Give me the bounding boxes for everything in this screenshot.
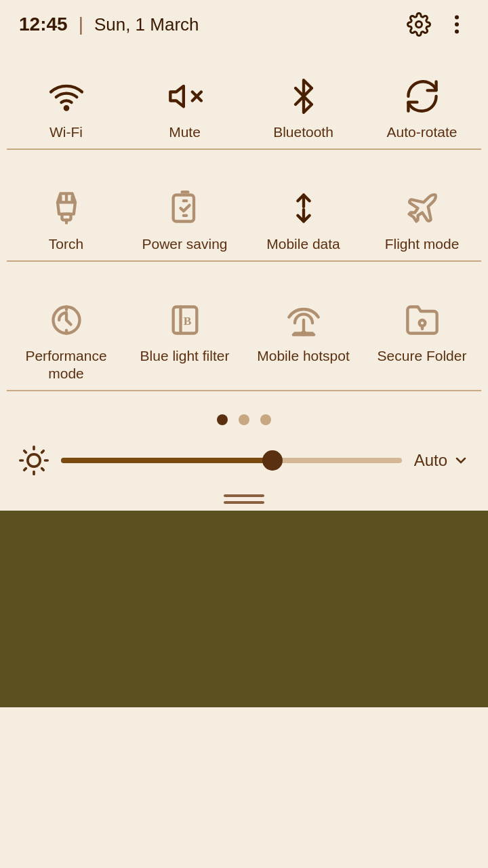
tile-mute[interactable]: Mute	[125, 65, 244, 150]
svg-point-28	[28, 454, 40, 467]
bluelightfilter-label: Blue light filter	[140, 347, 230, 364]
svg-text:B: B	[183, 315, 191, 328]
svg-line-32	[42, 468, 44, 470]
brightness-slider[interactable]	[61, 458, 402, 463]
mobilehotspot-label: Mobile hotspot	[257, 347, 350, 364]
handle-line-1	[224, 494, 264, 497]
securefolder-label: Secure Folder	[378, 347, 467, 364]
svg-point-3	[455, 30, 459, 34]
status-divider: |	[79, 14, 83, 35]
bluelightfilter-icon: B	[165, 300, 205, 340]
svg-point-1	[455, 16, 459, 20]
tile-torch[interactable]: Torch	[7, 177, 125, 262]
brightness-thumb[interactable]	[262, 450, 283, 471]
tile-autorotate[interactable]: Auto-rotate	[363, 65, 481, 150]
time-display: 12:45	[19, 14, 68, 35]
mobiledata-label: Mobile data	[266, 235, 340, 252]
settings-icon[interactable]	[407, 12, 431, 37]
flightmode-icon	[402, 188, 443, 229]
flightmode-label: Flight mode	[385, 235, 460, 252]
svg-marker-5	[170, 86, 184, 106]
tile-securefolder[interactable]: Secure Folder	[363, 289, 481, 391]
securefolder-icon	[402, 300, 443, 340]
svg-line-31	[24, 450, 26, 452]
tile-mobilehotspot[interactable]: Mobile hotspot	[244, 289, 363, 391]
torch-icon	[46, 188, 87, 229]
tile-bluelightfilter[interactable]: B Blue light filter	[125, 289, 244, 391]
svg-line-35	[24, 468, 26, 470]
brightness-dropdown-icon	[453, 452, 469, 469]
pagination-dot-3[interactable]	[260, 414, 271, 425]
date-display: Sun, 1 March	[94, 14, 199, 35]
mobiledata-icon	[283, 188, 324, 229]
tile-performancemode[interactable]: Performance mode	[7, 289, 125, 391]
tile-flightmode[interactable]: Flight mode	[363, 177, 481, 262]
handle-line-2	[224, 501, 264, 504]
brightness-fill	[61, 458, 272, 463]
performancemode-icon	[46, 300, 87, 340]
drag-handle[interactable]	[0, 482, 488, 511]
powersaving-icon	[165, 188, 205, 229]
pagination-dot-1[interactable]	[217, 414, 228, 425]
wifi-label: Wi-Fi	[49, 123, 83, 140]
tile-wifi[interactable]: Wi-Fi	[7, 65, 125, 150]
autorotate-icon	[402, 76, 443, 117]
tiles-row-1: Wi-Fi Mute Bluetooth	[0, 58, 488, 157]
svg-point-4	[64, 106, 67, 109]
brightness-auto-label: Auto	[414, 451, 447, 470]
brightness-icon	[19, 446, 49, 475]
powersaving-label: Power saving	[142, 235, 227, 252]
tiles-row-3: Performance mode B Blue light filter	[0, 282, 488, 397]
tiles-row-2: Torch Power saving	[0, 170, 488, 269]
performancemode-label: Performance mode	[12, 347, 120, 381]
quick-settings-panel: Wi-Fi Mute Bluetooth	[0, 45, 488, 511]
bluetooth-label: Bluetooth	[273, 123, 333, 140]
wifi-icon	[46, 76, 87, 117]
status-bar: 12:45 | Sun, 1 March	[0, 0, 488, 45]
pagination-dot-2[interactable]	[239, 414, 249, 425]
brightness-bar: Auto	[0, 439, 488, 482]
autorotate-label: Auto-rotate	[387, 123, 458, 140]
svg-point-2	[455, 22, 459, 26]
mute-icon	[165, 76, 205, 117]
pagination-dots	[0, 398, 488, 439]
mobilehotspot-icon	[283, 300, 324, 340]
brightness-auto-container[interactable]: Auto	[414, 451, 469, 470]
mute-label: Mute	[169, 123, 201, 140]
bottom-area	[0, 511, 488, 707]
tile-bluetooth[interactable]: Bluetooth	[244, 65, 363, 150]
svg-rect-13	[173, 195, 193, 222]
svg-point-0	[416, 22, 422, 28]
tile-powersaving[interactable]: Power saving	[125, 177, 244, 262]
svg-line-36	[42, 450, 44, 452]
bluetooth-icon	[283, 76, 324, 117]
more-options-icon[interactable]	[445, 12, 469, 37]
tile-mobiledata[interactable]: Mobile data	[244, 177, 363, 262]
torch-label: Torch	[49, 235, 83, 252]
